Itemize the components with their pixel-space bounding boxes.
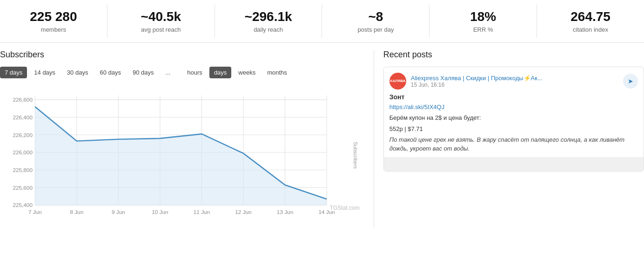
svg-text:13 Jun: 13 Jun <box>277 209 293 215</box>
post-footer <box>384 157 644 171</box>
svg-text:10 Jun: 10 Jun <box>152 209 168 215</box>
stat-item: ~8posts per day <box>322 5 429 38</box>
post-coupon-text: Берём купон на 2$ и цена будет: <box>389 113 638 123</box>
main-content: Subscribers 7 days14 days30 days60 days9… <box>0 43 644 234</box>
stat-label: members <box>7 26 100 33</box>
svg-text:8 Jun: 8 Jun <box>70 209 83 215</box>
stats-bar: 225 280members~40.5kavg post reach~296.1… <box>0 0 644 43</box>
post-header: ХАЛЯВА Aliexpress Халява | Скидки | Пром… <box>389 73 638 90</box>
recent-posts-panel: Recent posts ХАЛЯВА Aliexpress Халява | … <box>374 50 644 227</box>
svg-text:225,600: 225,600 <box>13 185 33 191</box>
time-controls: 7 days14 days30 days60 days90 days...hou… <box>0 67 364 78</box>
svg-text:225,400: 225,400 <box>13 202 33 208</box>
time-period-button[interactable]: 30 days <box>62 67 93 78</box>
svg-text:9 Jun: 9 Jun <box>112 209 125 215</box>
avatar-text: ХАЛЯВА <box>390 79 406 83</box>
post-price: 552р | $7.71 <box>389 125 638 132</box>
subscribers-title: Subscribers <box>0 50 364 60</box>
time-period-button[interactable]: 90 days <box>128 67 159 78</box>
avatar: ХАЛЯВА <box>389 73 406 90</box>
stat-value: 18% <box>436 9 530 24</box>
svg-text:226,200: 226,200 <box>13 132 33 138</box>
channel-name[interactable]: Aliexpress Халява | Скидки | Промокоды⚡А… <box>411 75 543 82</box>
time-period-button[interactable]: ... <box>161 67 175 78</box>
svg-text:226,000: 226,000 <box>13 149 33 155</box>
svg-text:11 Jun: 11 Jun <box>194 209 210 215</box>
stat-value: ~40.5k <box>114 9 208 24</box>
stat-value: ~296.1k <box>222 9 315 24</box>
stat-item: 225 280members <box>0 5 107 38</box>
stat-item: 264.75citation index <box>537 5 644 38</box>
granularity-button[interactable]: days <box>209 67 231 78</box>
stat-label: posts per day <box>329 26 422 33</box>
send-button[interactable]: ➤ <box>623 74 638 89</box>
time-period-button[interactable]: 60 days <box>95 67 126 78</box>
stat-item: ~40.5kavg post reach <box>107 5 215 38</box>
stat-label: ERR % <box>436 26 530 33</box>
granularity-button[interactable]: months <box>262 67 292 78</box>
stat-item: 18%ERR % <box>429 5 537 38</box>
post-date: 15 Jun, 16:16 <box>411 82 543 88</box>
stat-value: 264.75 <box>544 9 637 24</box>
chart-container: 226,600226,400226,200226,000225,800225,6… <box>0 85 364 225</box>
svg-text:226,400: 226,400 <box>13 114 33 120</box>
subscribers-panel: Subscribers 7 days14 days30 days60 days9… <box>0 50 374 227</box>
svg-text:225,800: 225,800 <box>13 167 33 173</box>
watermark: TGStat.com <box>330 205 360 211</box>
stat-label: citation index <box>544 26 637 33</box>
time-period-button[interactable]: 14 days <box>29 67 60 78</box>
stat-item: ~296.1kdaily reach <box>215 5 322 38</box>
stat-value: ~8 <box>329 9 422 24</box>
post-card: ХАЛЯВА Aliexpress Халява | Скидки | Пром… <box>383 67 644 172</box>
time-period-button[interactable]: 7 days <box>0 67 27 78</box>
svg-text:12 Jun: 12 Jun <box>235 209 251 215</box>
post-link[interactable]: https://ali.ski/5IX4QJ <box>389 103 638 110</box>
channel-info: Aliexpress Халява | Скидки | Промокоды⚡А… <box>411 75 543 88</box>
subscribers-chart: 226,600226,400226,200226,000225,800225,6… <box>0 85 364 225</box>
stat-label: avg post reach <box>114 26 208 33</box>
post-bold-text: Зонт <box>389 93 638 101</box>
post-channel: ХАЛЯВА Aliexpress Халява | Скидки | Пром… <box>389 73 543 90</box>
post-promo-text: По такой цене грех не взять. В жару спас… <box>389 135 638 153</box>
svg-text:7 Jun: 7 Jun <box>28 209 42 215</box>
svg-text:226,600: 226,600 <box>13 96 33 103</box>
stat-value: 225 280 <box>7 9 100 24</box>
granularity-button[interactable]: weeks <box>234 67 260 78</box>
granularity-button[interactable]: hours <box>182 67 207 78</box>
stat-label: daily reach <box>222 26 315 33</box>
recent-posts-title: Recent posts <box>383 50 644 60</box>
chart-area: 226,600226,400226,200226,000225,800225,6… <box>0 85 364 225</box>
y-axis-label: Subscribers <box>353 142 358 169</box>
